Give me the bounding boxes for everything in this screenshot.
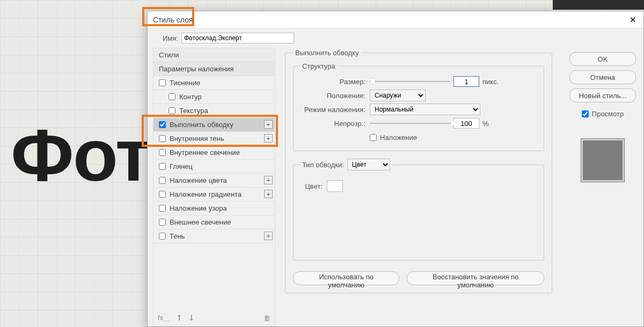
- size-input[interactable]: [453, 76, 479, 87]
- style-label: Глянец: [170, 162, 193, 170]
- titlebar: Стиль слоя ✕: [148, 11, 643, 28]
- color-label: Цвет:: [300, 182, 327, 190]
- close-icon[interactable]: ✕: [627, 14, 638, 25]
- style-label: Наложение узора: [170, 204, 227, 212]
- style-row-inner-glow[interactable]: Внутреннее свечение: [153, 146, 275, 160]
- reset-default-button[interactable]: Восстановить значения по умолчанию: [407, 271, 544, 285]
- trash-icon[interactable]: 🗑: [264, 314, 270, 322]
- style-row-pattern-overlay[interactable]: Наложение узора: [153, 202, 275, 215]
- stroke-group: Выполнить обводку Структура Размер: пикс…: [285, 49, 552, 293]
- overprint-checkbox[interactable]: Наложение: [370, 130, 417, 144]
- color-swatch[interactable]: [327, 180, 343, 192]
- style-row-satin[interactable]: Глянец: [153, 160, 275, 174]
- opacity-slider[interactable]: [370, 120, 450, 127]
- add-instance-icon[interactable]: +: [264, 176, 273, 184]
- checkbox[interactable]: [159, 121, 166, 128]
- checkbox[interactable]: [159, 177, 166, 184]
- style-label: Внешнее свечение: [170, 218, 231, 226]
- style-row-inner-shadow[interactable]: Внутренняя тень +: [153, 132, 275, 146]
- name-input[interactable]: [181, 33, 294, 43]
- action-column: OK Отмена Новый стиль... Просмотр: [562, 48, 643, 326]
- size-label: Размер:: [300, 78, 370, 86]
- style-label: Тиснение: [170, 79, 200, 87]
- fx-icon[interactable]: fx﹎: [158, 313, 170, 323]
- checkbox[interactable]: [159, 79, 166, 86]
- checkbox[interactable]: [169, 107, 175, 114]
- add-instance-icon[interactable]: +: [264, 120, 273, 129]
- checkbox[interactable]: [159, 233, 166, 240]
- style-label: Текстура: [179, 107, 208, 115]
- ok-button[interactable]: OK: [569, 52, 636, 66]
- make-default-button[interactable]: Использовать по умолчанию: [293, 271, 399, 285]
- filltype-label: Тип обводки:: [302, 161, 344, 169]
- style-row-contour[interactable]: Контур: [153, 90, 275, 104]
- style-row-bevel[interactable]: Тиснение: [153, 76, 275, 90]
- style-label: Наложение цвета: [170, 176, 227, 184]
- style-row-stroke[interactable]: Выполнить обводку +: [153, 118, 275, 132]
- add-instance-icon[interactable]: +: [264, 232, 273, 240]
- move-down-icon[interactable]: 🠗: [188, 314, 195, 322]
- blendmode-label: Режим наложения:: [300, 106, 370, 114]
- opacity-label: Непрозр.:: [300, 120, 370, 128]
- opacity-unit: %: [482, 120, 489, 128]
- style-label: Выполнить обводку: [170, 121, 233, 129]
- style-row-drop-shadow[interactable]: Тень +: [153, 229, 275, 243]
- opacity-input[interactable]: [453, 118, 479, 129]
- cancel-button[interactable]: Отмена: [569, 70, 636, 84]
- filltype-select[interactable]: Цвет: [347, 159, 390, 170]
- name-bar: Имя:: [148, 28, 643, 48]
- blend-options[interactable]: Параметры наложения: [153, 62, 275, 76]
- checkbox[interactable]: [159, 205, 166, 212]
- checkbox[interactable]: [169, 93, 175, 100]
- settings-panel: Выполнить обводку Структура Размер: пикс…: [275, 48, 562, 326]
- blendmode-select[interactable]: Нормальный: [370, 103, 480, 115]
- preview-swatch: [581, 139, 624, 182]
- checkbox[interactable]: [159, 191, 166, 198]
- style-label: Наложение градиента: [170, 190, 241, 198]
- style-row-gradient-overlay[interactable]: Наложение градиента +: [153, 188, 275, 202]
- new-style-button[interactable]: Новый стиль...: [569, 88, 636, 102]
- style-label: Внутренняя тень: [170, 135, 224, 143]
- structure-title: Структура: [300, 62, 338, 70]
- add-instance-icon[interactable]: +: [264, 190, 273, 198]
- size-unit: пикс.: [482, 78, 499, 86]
- filltype-group: Тип обводки: Цвет Цвет:: [293, 159, 544, 261]
- styles-list: Стили Параметры наложения Тиснение Конту…: [153, 48, 275, 326]
- position-label: Положение:: [300, 92, 370, 100]
- move-up-icon[interactable]: 🠕: [175, 314, 182, 322]
- style-row-color-overlay[interactable]: Наложение цвета +: [153, 174, 275, 188]
- style-label: Внутреннее свечение: [170, 148, 240, 157]
- panel-title: Выполнить обводку: [293, 49, 361, 57]
- style-label: Тень: [170, 232, 185, 240]
- preview-checkbox[interactable]: Просмотр: [569, 107, 636, 121]
- position-select[interactable]: Снаружи: [370, 90, 426, 101]
- dialog-title: Стиль слоя: [153, 16, 193, 24]
- layer-style-dialog: Стиль слоя ✕ Имя: Стили Параметры наложе…: [147, 11, 644, 327]
- checkbox[interactable]: [159, 219, 166, 226]
- size-slider[interactable]: [370, 78, 450, 85]
- checkbox[interactable]: [159, 135, 166, 142]
- name-label: Имя:: [163, 34, 178, 42]
- add-instance-icon[interactable]: +: [264, 134, 273, 143]
- styles-header[interactable]: Стили: [153, 48, 275, 62]
- style-label: Контур: [179, 93, 202, 101]
- checkbox[interactable]: [159, 163, 166, 170]
- checkbox[interactable]: [159, 149, 166, 156]
- style-row-outer-glow[interactable]: Внешнее свечение: [153, 215, 275, 229]
- style-row-texture[interactable]: Текстура: [153, 104, 275, 118]
- styles-footer: fx﹎ 🠕 🠗 🗑: [153, 310, 275, 326]
- panels-strip: [553, 0, 644, 10]
- structure-group: Структура Размер: пикс. Положение: Снару…: [293, 62, 544, 151]
